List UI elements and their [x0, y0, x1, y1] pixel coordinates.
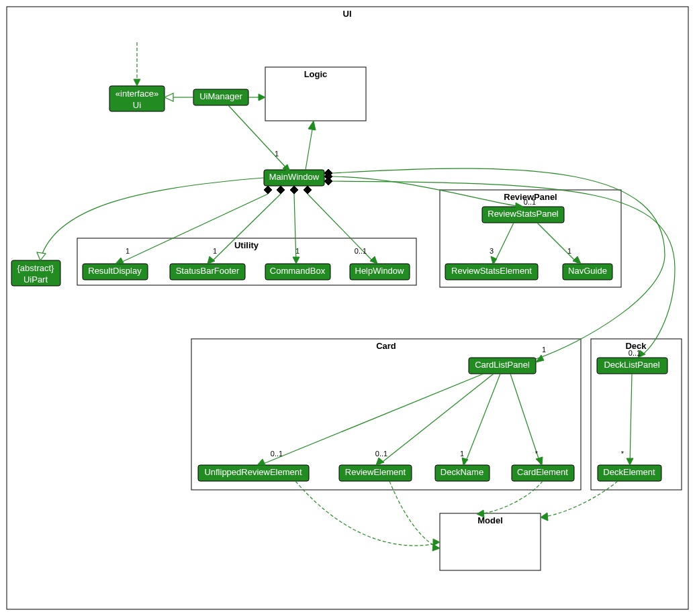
- class-resultdisplay-label: ResultDisplay: [88, 266, 142, 276]
- diamond-commandbox: [290, 186, 298, 194]
- package-card-label: Card: [376, 341, 396, 351]
- arrow-deckelement: [627, 458, 633, 465]
- arrow-deckelement-model: [541, 513, 548, 521]
- arrow-reviewelement-model: [432, 544, 440, 551]
- class-statusbarfooter-label: StatusBarFooter: [176, 266, 240, 276]
- edge-cardlistpanel-deckname: [465, 374, 500, 464]
- arrow-uimanager-implements-ui: [165, 93, 173, 101]
- diamond-decklistpanel: [324, 177, 332, 185]
- mult-unflipped: 0..1: [271, 450, 283, 458]
- package-ui-label: UI: [343, 9, 352, 19]
- package-utility-label: Utility: [234, 240, 259, 250]
- class-uipart-line2: UiPart: [24, 274, 48, 285]
- class-uipart-line1: {abstract}: [17, 263, 55, 273]
- edge-decklistpanel-deckelement: [630, 374, 632, 464]
- arrow-statusbarfooter: [207, 256, 215, 264]
- class-cardelement-label: CardElement: [517, 467, 568, 477]
- arrow-reviewstatselement: [491, 256, 497, 264]
- edge-reviewstatspanel-navguide: [537, 223, 577, 263]
- mult-resultdisplay: 1: [126, 247, 130, 255]
- mult-decklistpanel: 0..1: [629, 349, 641, 357]
- mult-statusbarfooter: 1: [213, 247, 217, 255]
- mult-reviewstatselement: 3: [490, 247, 494, 255]
- mult-deckname: 1: [460, 450, 464, 458]
- class-decklistpanel-label: DeckListPanel: [604, 360, 659, 370]
- mult-commandbox: 1: [295, 247, 299, 255]
- edge-cardelement-model: [483, 481, 543, 513]
- diamond-statusbarfooter: [277, 186, 285, 194]
- mult-cardelement: *: [535, 450, 539, 458]
- class-deckelement-label: DeckElement: [603, 467, 655, 477]
- edge-mainwindow-reviewstatspanel: [332, 176, 517, 206]
- class-reviewstatselement-label: ReviewStatsElement: [451, 266, 532, 276]
- arrow-commandbox: [293, 257, 299, 264]
- edge-mainwindow-logic: [306, 130, 312, 170]
- class-cardlistpanel-label: CardListPanel: [475, 360, 530, 370]
- mult-deckelement: *: [621, 450, 624, 458]
- mult-helpwindow: 0..1: [355, 247, 367, 255]
- arrow-mainwindow-logic: [308, 121, 316, 130]
- arrow-mainwindow-extends-uipart: [37, 252, 46, 260]
- edge-unflipped-model: [295, 481, 436, 546]
- edge-cardlistpanel-reviewelement: [379, 374, 494, 464]
- arrow-helpwindow: [370, 256, 377, 264]
- class-commandbox-label: CommandBox: [270, 266, 326, 276]
- mult-cardlistpanel: 1: [542, 346, 546, 354]
- arrow-dep-ui-in: [134, 79, 140, 86]
- class-interface-ui-line2: Ui: [133, 100, 141, 110]
- mult-uimanager-mainwindow: 1: [275, 150, 279, 158]
- diamond-helpwindow: [304, 186, 312, 194]
- class-deckname-label: DeckName: [441, 467, 483, 477]
- class-uimanager-label: UiManager: [199, 91, 242, 101]
- package-model-label: Model: [477, 515, 503, 525]
- mult-reviewstatspanel: 0..1: [524, 198, 536, 206]
- class-navguide-label: NavGuide: [568, 266, 607, 276]
- mult-reviewelement: 0..1: [375, 450, 387, 458]
- arrow-cardelement: [536, 457, 543, 465]
- class-unflippedreviewelement-label: UnflippedReviewElement: [204, 467, 302, 477]
- class-reviewstatspanel-label: ReviewStatsPanel: [488, 209, 559, 219]
- class-reviewelement-label: ReviewElement: [345, 467, 406, 477]
- arrow-unflipped: [257, 459, 265, 465]
- arrow-reviewelement: [376, 458, 384, 465]
- arrow-uimanager-logic: [259, 94, 265, 101]
- class-mainwindow-label: MainWindow: [269, 172, 320, 182]
- arrow-resultdisplay: [115, 258, 124, 264]
- class-interface-ui-line1: «interface»: [115, 89, 158, 99]
- edge-reviewstatspanel-reviewstatselement: [494, 223, 514, 263]
- edge-mainwindow-extends-uipart: [42, 178, 264, 254]
- edge-reviewelement-model: [389, 481, 436, 547]
- arrow-navguide: [573, 256, 581, 264]
- mult-navguide: 1: [567, 247, 571, 255]
- edge-uimanager-mainwindow: [228, 105, 287, 169]
- edge-cardlistpanel-unflipped: [262, 374, 483, 464]
- class-helpwindow-label: HelpWindow: [355, 266, 405, 276]
- package-ui: [7, 7, 688, 609]
- package-logic-label: Logic: [304, 69, 328, 79]
- diamond-resultdisplay: [264, 186, 272, 194]
